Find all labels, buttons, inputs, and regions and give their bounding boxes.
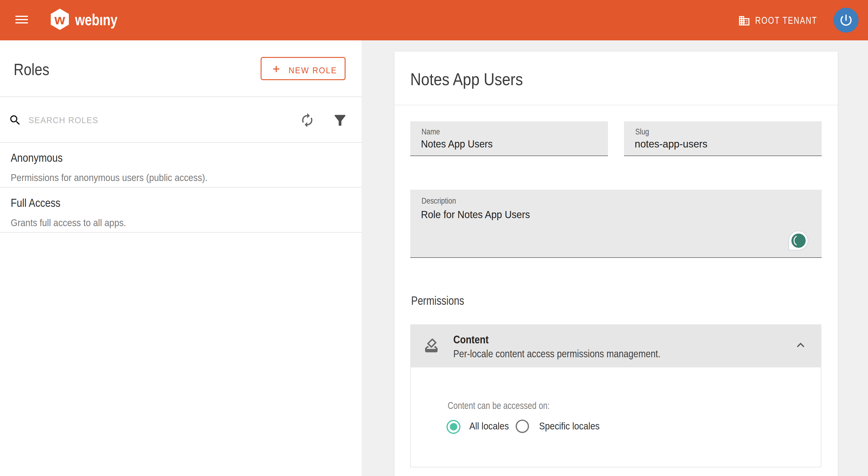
content-accordion-header[interactable]: Content Per-locale content access permis… bbox=[410, 324, 822, 368]
webiny-hexagon-icon[interactable]: w bbox=[51, 9, 69, 30]
refresh-icon[interactable] bbox=[300, 113, 315, 128]
permissions-heading: Permissions bbox=[411, 295, 464, 307]
new-role-button[interactable]: NEW ROLE bbox=[261, 57, 345, 80]
role-details-card: Notes App Users Name Slug Description Ro… bbox=[395, 52, 838, 476]
role-details-area: Notes App Users Name Slug Description Ro… bbox=[362, 40, 868, 476]
card-divider bbox=[395, 105, 838, 105]
content-permissions-accordion: Content Per-locale content access permis… bbox=[410, 324, 822, 467]
chat-widget-button[interactable] bbox=[788, 230, 808, 250]
content-section-title: Content bbox=[453, 334, 489, 345]
all-locales-label[interactable]: All locales bbox=[469, 421, 509, 431]
user-avatar[interactable] bbox=[834, 8, 859, 33]
content-accordion-body: Content can be accessed on: All locales … bbox=[410, 368, 822, 467]
role-name: Anonymous bbox=[11, 152, 63, 163]
role-list-item-anonymous[interactable]: Anonymous Permissions for anonymous user… bbox=[0, 142, 362, 188]
slug-field: Slug bbox=[624, 121, 822, 156]
access-label: Content can be accessed on: bbox=[448, 400, 550, 410]
tenant-label[interactable]: ROOT TENANT bbox=[755, 15, 817, 25]
search-bar bbox=[0, 96, 362, 143]
slug-field-label: Slug bbox=[635, 128, 649, 136]
chat-widget-icon bbox=[792, 233, 806, 248]
name-field: Name bbox=[410, 121, 608, 156]
page-title: Roles bbox=[14, 61, 49, 78]
name-input[interactable] bbox=[421, 138, 612, 150]
filter-icon[interactable] bbox=[332, 112, 348, 128]
role-description: Permissions for anonymous users (public … bbox=[11, 172, 208, 183]
search-input[interactable] bbox=[29, 108, 199, 133]
menu-icon[interactable] bbox=[16, 16, 28, 24]
webiny-admin-screen: w webıny ROOT TENANT Roles NEW ROLE Anon… bbox=[0, 0, 868, 476]
role-title: Notes App Users bbox=[410, 71, 523, 88]
webiny-wordmark: webıny bbox=[75, 11, 118, 28]
roles-list-panel: Roles NEW ROLE Anonymous Permissions for… bbox=[0, 40, 362, 476]
description-field-label: Description bbox=[422, 197, 456, 205]
content-section-subtitle: Per-locale content access permissions ma… bbox=[453, 348, 660, 359]
plus-icon bbox=[273, 66, 280, 72]
specific-locales-radio[interactable] bbox=[516, 420, 529, 433]
new-role-button-label: NEW ROLE bbox=[288, 66, 337, 75]
slug-input[interactable] bbox=[635, 138, 836, 150]
role-name: Full Access bbox=[11, 197, 61, 209]
role-description: Grants full access to all apps. bbox=[11, 218, 126, 228]
power-icon bbox=[839, 13, 854, 28]
top-app-bar: w webıny ROOT TENANT bbox=[0, 0, 868, 40]
search-icon bbox=[9, 114, 22, 127]
description-field: Description Role for Notes App Users bbox=[410, 190, 822, 258]
ballot-box-icon bbox=[423, 337, 440, 354]
name-field-label: Name bbox=[422, 128, 440, 136]
svg-text:w: w bbox=[54, 12, 65, 27]
role-list-item-full-access[interactable]: Full Access Grants full access to all ap… bbox=[0, 188, 362, 233]
roles-list: Anonymous Permissions for anonymous user… bbox=[0, 142, 362, 233]
all-locales-radio[interactable] bbox=[446, 420, 460, 434]
description-input[interactable]: Role for Notes App Users bbox=[421, 209, 822, 254]
specific-locales-label[interactable]: Specific locales bbox=[539, 421, 600, 431]
chevron-up-icon[interactable] bbox=[793, 338, 808, 353]
building-icon bbox=[738, 14, 750, 27]
